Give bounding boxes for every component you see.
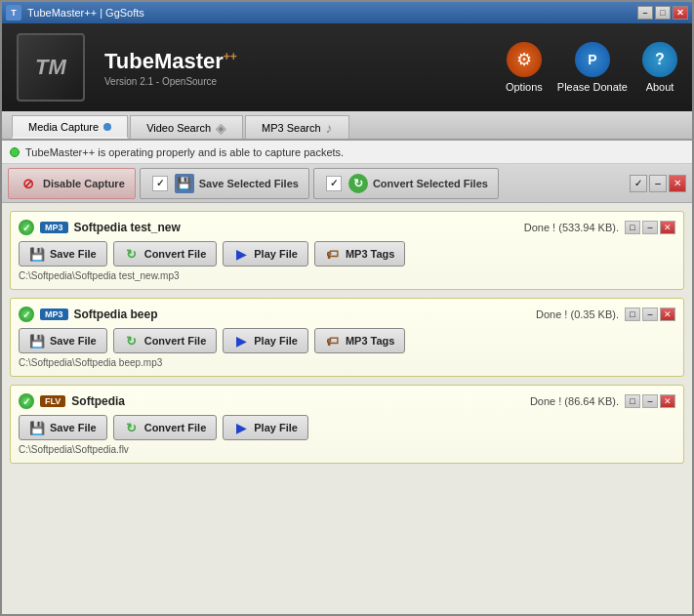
media-capture-dot — [103, 123, 111, 131]
file-2-status-icon: ✓ — [19, 307, 34, 322]
file-2-mp3tags-btn[interactable]: 🏷 MP3 Tags — [314, 328, 406, 353]
file-card-2-header: ✓ MP3 Softpedia beep Done ! (0.35 KB). □… — [19, 307, 675, 322]
mp3-search-icon: ♪ — [326, 120, 333, 136]
file-2-save-label: Save File — [50, 335, 97, 347]
file-3-restore-btn[interactable]: □ — [625, 394, 640, 408]
disable-capture-label: Disable Capture — [43, 178, 125, 189]
file-1-convert-label: Convert File — [144, 248, 207, 260]
disable-capture-button[interactable]: ⊘ Disable Capture — [8, 168, 136, 199]
file-1-restore-btn[interactable]: □ — [625, 221, 640, 234]
file-1-play-btn[interactable]: ▶ Play File — [223, 241, 308, 267]
file-1-minimize-btn[interactable]: – — [642, 221, 658, 234]
title-bar-left: T TubeMaster++ | GgSofts — [6, 5, 144, 21]
file-2-play-label: Play File — [254, 335, 298, 347]
mp3-search-tab-label: MP3 Search — [262, 122, 321, 134]
file-1-mp3tags-btn[interactable]: 🏷 MP3 Tags — [314, 241, 406, 267]
convert-file-3-icon: ↻ — [124, 420, 140, 435]
options-button[interactable]: ⚙ Options — [506, 42, 543, 93]
file-3-save-label: Save File — [50, 422, 97, 433]
file-1-play-label: Play File — [254, 248, 298, 260]
minimize-button[interactable]: – — [637, 6, 653, 20]
file-3-minimize-btn[interactable]: – — [642, 394, 658, 408]
play-file-2-icon: ▶ — [233, 333, 249, 349]
file-3-convert-btn[interactable]: ↻ Convert File — [113, 415, 218, 440]
about-icon: ? — [642, 42, 677, 77]
file-card-3-header: ✓ FLV Softpedia Done ! (86.64 KB). □ – ✕ — [19, 393, 675, 409]
file-card-2: ✓ MP3 Softpedia beep Done ! (0.35 KB). □… — [10, 298, 684, 377]
toolbar-close-btn[interactable]: ✕ — [669, 175, 686, 192]
file-2-play-btn[interactable]: ▶ Play File — [223, 328, 308, 353]
file-3-type-badge: FLV — [40, 395, 65, 407]
donate-label: Please Donate — [557, 81, 628, 93]
file-2-close-btn[interactable]: ✕ — [660, 308, 675, 321]
file-1-close-btn[interactable]: ✕ — [660, 221, 675, 234]
tab-media-capture[interactable]: Media Capture — [12, 115, 128, 139]
app-version: Version 2.1 - OpenSource — [104, 76, 237, 87]
convert-selected-label: Convert Selected Files — [373, 178, 488, 189]
file-3-status-icon: ✓ — [19, 393, 34, 409]
convert-selected-button[interactable]: ✓ ↻ Convert Selected Files — [313, 168, 499, 199]
main-content: ✓ MP3 Softpedia test_new Done ! (533.94 … — [2, 203, 692, 614]
toolbar-check-btn[interactable]: ✓ — [630, 175, 647, 192]
donate-icon: P — [575, 42, 610, 77]
status-bar: TubeMaster++ is operating properly and i… — [2, 141, 692, 164]
save-file-3-icon: 💾 — [29, 420, 45, 435]
file-2-minimize-btn[interactable]: – — [642, 308, 658, 321]
file-3-path: C:\Softpedia\Softpedia.flv — [19, 444, 675, 455]
convert-file-1-icon: ↻ — [124, 246, 140, 262]
file-3-name: Softpedia — [71, 394, 524, 408]
file-card-1: ✓ MP3 Softpedia test_new Done ! (533.94 … — [10, 211, 684, 290]
file-2-controls: 💾 Save File ↻ Convert File ▶ Play File 🏷… — [19, 328, 675, 353]
title-bar: T TubeMaster++ | GgSofts – □ ✕ — [2, 2, 692, 23]
file-3-save-btn[interactable]: 💾 Save File — [19, 415, 107, 440]
tab-mp3-search[interactable]: MP3 Search ♪ — [245, 115, 349, 139]
file-1-save-label: Save File — [50, 248, 97, 260]
file-3-controls: 💾 Save File ↻ Convert File ▶ Play File — [19, 415, 675, 440]
about-button[interactable]: ? About — [642, 42, 677, 93]
file-1-controls: 💾 Save File ↻ Convert File ▶ Play File 🏷… — [19, 241, 675, 267]
save-selected-label: Save Selected Files — [199, 178, 299, 189]
save-file-2-icon: 💾 — [29, 333, 45, 349]
file-card-3: ✓ FLV Softpedia Done ! (86.64 KB). □ – ✕… — [10, 385, 684, 464]
file-2-restore-btn[interactable]: □ — [625, 308, 640, 321]
file-3-mini-btns: □ – ✕ — [625, 394, 675, 408]
tab-bar: Media Capture Video Search ◈ MP3 Search … — [2, 111, 692, 141]
file-2-name: Softpedia beep — [74, 308, 530, 321]
play-file-1-icon: ▶ — [233, 246, 249, 262]
donate-button[interactable]: P Please Donate — [557, 42, 628, 93]
maximize-button[interactable]: □ — [655, 6, 671, 20]
video-search-tab-label: Video Search — [146, 122, 211, 134]
file-2-save-btn[interactable]: 💾 Save File — [19, 328, 107, 353]
app-window: T TubeMaster++ | GgSofts – □ ✕ TM TubeMa… — [0, 0, 694, 616]
file-1-name: Softpedia test_new — [74, 221, 518, 234]
toolbar-minimize-btn[interactable]: – — [649, 175, 667, 192]
file-1-convert-btn[interactable]: ↻ Convert File — [113, 241, 218, 267]
about-label: About — [646, 81, 674, 93]
logo: TM — [17, 33, 85, 102]
app-header: TM TubeMaster++ Version 2.1 - OpenSource… — [2, 23, 692, 111]
tab-video-search[interactable]: Video Search ◈ — [130, 115, 243, 139]
convert-cycle-icon: ↻ — [348, 174, 368, 193]
convert-file-2-icon: ↻ — [124, 333, 140, 349]
save-selected-button[interactable]: ✓ 💾 Save Selected Files — [140, 168, 309, 199]
file-2-path: C:\Softpedia\Softpedia beep.mp3 — [19, 357, 675, 368]
file-1-mini-btns: □ – ✕ — [625, 221, 675, 234]
file-3-play-btn[interactable]: ▶ Play File — [223, 415, 308, 440]
header-buttons: ⚙ Options P Please Donate ? About — [506, 42, 677, 93]
file-3-close-btn[interactable]: ✕ — [660, 394, 675, 408]
mp3tags-file-2-icon: 🏷 — [325, 333, 341, 349]
file-2-mini-btns: □ – ✕ — [625, 308, 675, 321]
close-button[interactable]: ✕ — [673, 6, 688, 20]
file-1-path: C:\Softpedia\Softpedia test_new.mp3 — [19, 270, 675, 281]
mp3tags-file-1-icon: 🏷 — [325, 246, 341, 262]
file-1-type-badge: MP3 — [40, 222, 68, 233]
status-indicator — [10, 147, 20, 157]
file-2-convert-btn[interactable]: ↻ Convert File — [113, 328, 218, 353]
app-title: TubeMaster++ — [104, 49, 237, 74]
file-card-1-header: ✓ MP3 Softpedia test_new Done ! (533.94 … — [19, 220, 675, 235]
logo-text: TM — [35, 55, 66, 80]
file-1-save-btn[interactable]: 💾 Save File — [19, 241, 107, 267]
video-search-icon: ◈ — [216, 120, 226, 136]
file-1-done: Done ! (533.94 KB). — [524, 222, 619, 233]
options-label: Options — [506, 81, 543, 93]
